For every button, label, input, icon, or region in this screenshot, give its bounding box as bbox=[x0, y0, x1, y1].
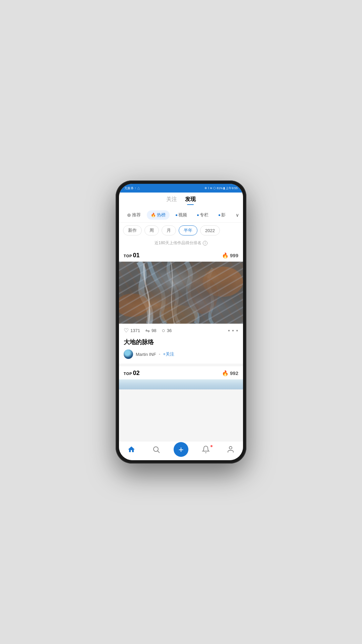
battery-percent: 81% bbox=[217, 186, 223, 190]
subtitle: 近180天上传作品得分排名 i bbox=[119, 238, 243, 249]
like-action[interactable]: ♡ 1371 bbox=[124, 327, 140, 334]
recommend-icon: ⊛ bbox=[127, 212, 131, 218]
volume-button bbox=[246, 234, 246, 246]
tab-follow[interactable]: 关注 bbox=[166, 196, 177, 205]
top-text-2: TOP bbox=[124, 372, 132, 376]
more-categories-icon[interactable]: ∨ bbox=[236, 212, 239, 218]
column-dot bbox=[197, 214, 199, 216]
header: 关注 发现 bbox=[119, 193, 243, 208]
svg-rect-9 bbox=[119, 262, 243, 324]
cat-tab-shadow[interactable]: 影 bbox=[215, 210, 230, 220]
time-btn-month[interactable]: 月 bbox=[162, 225, 176, 235]
post-card-1: TOP 01 🔥 999 bbox=[119, 249, 243, 364]
add-button[interactable]: + bbox=[174, 442, 188, 457]
nav-search[interactable] bbox=[148, 445, 165, 455]
vibrate-icon: ⌇ bbox=[208, 186, 209, 190]
cat-tab-video[interactable]: 视频 bbox=[172, 210, 191, 220]
score-value-2: 992 bbox=[230, 370, 238, 376]
svg-point-10 bbox=[154, 447, 158, 451]
status-left: 无服务 ↑ △ bbox=[124, 186, 140, 191]
category-tabs: ⊛ 推荐 🔥 热榜 视频 专栏 影 ∨ bbox=[119, 208, 243, 223]
notification-badge bbox=[210, 445, 213, 447]
nav-add[interactable]: + bbox=[173, 444, 189, 457]
avatar-image bbox=[124, 350, 133, 359]
author-name-1[interactable]: Martin INF bbox=[136, 352, 156, 357]
rank-number-2: 02 bbox=[133, 370, 139, 377]
svg-rect-6 bbox=[119, 262, 243, 324]
like-count: 1371 bbox=[130, 328, 140, 333]
comment-icon: ○ bbox=[162, 327, 165, 334]
share-action[interactable]: ⇌ 98 bbox=[145, 327, 156, 334]
nav-home[interactable] bbox=[123, 445, 140, 455]
rank-score-1: 🔥 999 bbox=[222, 252, 238, 259]
status-bar: 无服务 ↑ △ ✲ ⌇ ≋ ⬡ 81% ▮ 上午9:55 bbox=[119, 184, 243, 193]
time-btn-2022[interactable]: 2022 bbox=[200, 225, 220, 235]
cat-tab-column[interactable]: 专栏 bbox=[193, 210, 213, 220]
phone-screen: 无服务 ↑ △ ✲ ⌇ ≋ ⬡ 81% ▮ 上午9:55 关注 发现 ⊛ 推荐 bbox=[119, 184, 243, 460]
author-row-1: Martin INF • +关注 bbox=[124, 350, 238, 359]
time-btn-new[interactable]: 新作 bbox=[123, 225, 142, 235]
svg-point-3 bbox=[119, 293, 149, 317]
header-tabs: 关注 发现 bbox=[119, 196, 243, 208]
svg-rect-0 bbox=[119, 262, 243, 324]
rank-header-2: TOP 02 🔥 992 bbox=[119, 366, 243, 379]
svg-point-2 bbox=[203, 267, 243, 297]
rank-number-1: 01 bbox=[133, 252, 139, 259]
svg-rect-1 bbox=[119, 262, 243, 324]
flame-icon-1: 🔥 bbox=[222, 252, 229, 259]
post-card-2: TOP 02 🔥 992 bbox=[119, 366, 243, 389]
nav-notification[interactable] bbox=[197, 445, 214, 455]
time: 上午9:55 bbox=[226, 186, 238, 191]
bluetooth-icon: ✲ bbox=[204, 186, 207, 190]
notification-icon bbox=[202, 445, 210, 455]
post-info-1: 大地的脉络 Martin INF • +关注 bbox=[119, 337, 243, 364]
content[interactable]: TOP 01 🔥 999 bbox=[119, 249, 243, 441]
author-separator: • bbox=[159, 352, 161, 357]
author-avatar-1[interactable] bbox=[124, 350, 133, 359]
share-icon: ⇌ bbox=[145, 327, 150, 334]
post-image-2-preview[interactable] bbox=[119, 379, 243, 389]
time-btn-halfyear[interactable]: 半年 bbox=[179, 225, 197, 235]
svg-point-5 bbox=[161, 305, 198, 324]
battery-icon: ▮ bbox=[223, 186, 225, 190]
rank-label-2: TOP 02 bbox=[124, 370, 139, 377]
status-right: ✲ ⌇ ≋ ⬡ 81% ▮ 上午9:55 bbox=[204, 186, 238, 191]
shadow-dot bbox=[219, 214, 220, 216]
time-filter: 新作 周 月 半年 2022 bbox=[119, 223, 243, 238]
cat-tab-hot[interactable]: 🔥 热榜 bbox=[147, 210, 170, 220]
rank-header-1: TOP 01 🔥 999 bbox=[119, 249, 243, 262]
more-options[interactable]: • • • bbox=[228, 328, 238, 334]
flame-icon-2: 🔥 bbox=[222, 370, 229, 376]
bottom-nav: + bbox=[119, 441, 243, 460]
heart-icon: ♡ bbox=[124, 327, 129, 334]
info-icon[interactable]: i bbox=[203, 241, 207, 246]
svg-point-12 bbox=[229, 446, 232, 449]
wifi-icon: ≋ bbox=[210, 186, 213, 190]
svg-point-4 bbox=[188, 277, 218, 314]
follow-button-1[interactable]: +关注 bbox=[163, 351, 174, 357]
svg-rect-7 bbox=[119, 262, 243, 324]
rank-score-2: 🔥 992 bbox=[222, 370, 238, 376]
aerial-photo-1 bbox=[119, 262, 243, 324]
post-image-1[interactable] bbox=[119, 262, 243, 324]
tab-discover[interactable]: 发现 bbox=[185, 196, 196, 205]
rank-label-1: TOP 01 bbox=[124, 252, 139, 259]
comment-action[interactable]: ○ 36 bbox=[162, 327, 172, 334]
nav-profile[interactable] bbox=[222, 445, 239, 455]
video-dot bbox=[176, 214, 177, 216]
cat-tab-recommend[interactable]: ⊛ 推荐 bbox=[123, 210, 145, 220]
phone-shell: 无服务 ↑ △ ✲ ⌇ ≋ ⬡ 81% ▮ 上午9:55 关注 发现 ⊛ 推荐 bbox=[116, 180, 246, 464]
action-bar-1: ♡ 1371 ⇌ 98 ○ 36 • • • bbox=[119, 324, 243, 337]
share-count: 98 bbox=[152, 328, 156, 333]
top-text: TOP bbox=[124, 254, 132, 258]
svg-rect-8 bbox=[119, 262, 243, 324]
home-icon bbox=[127, 445, 135, 455]
profile-icon bbox=[227, 445, 235, 455]
search-icon bbox=[152, 445, 160, 455]
cellular-icon: ⬡ bbox=[213, 186, 216, 190]
time-btn-week[interactable]: 周 bbox=[144, 225, 159, 235]
photo-overlay bbox=[119, 262, 243, 324]
fire-icon: 🔥 bbox=[151, 213, 156, 217]
svg-line-11 bbox=[158, 451, 160, 453]
post-title-1: 大地的脉络 bbox=[124, 338, 238, 346]
